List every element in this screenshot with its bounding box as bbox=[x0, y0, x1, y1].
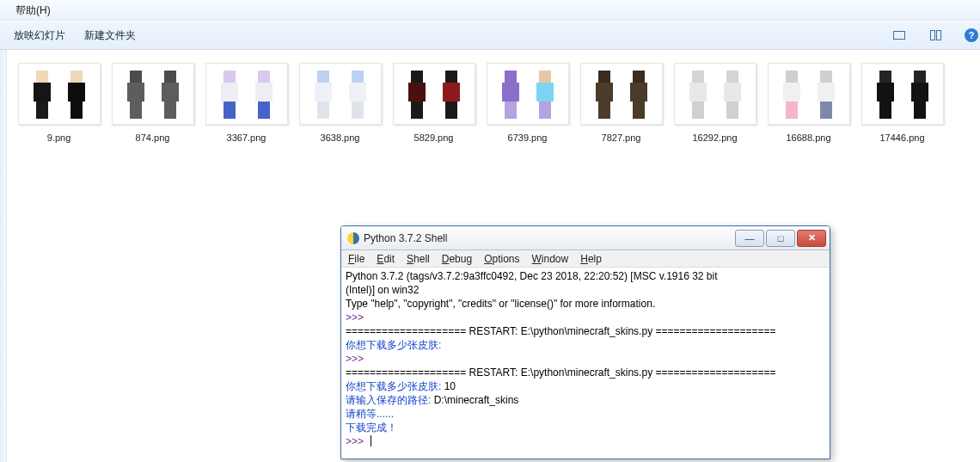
view-icon bbox=[893, 31, 905, 40]
menu-help[interactable]: 帮助(H) bbox=[14, 4, 52, 16]
shell-menu-debug[interactable]: Debug bbox=[442, 253, 472, 265]
shell-menu-help[interactable]: Help bbox=[580, 253, 602, 265]
cursor bbox=[371, 435, 371, 447]
file-thumb-4[interactable]: 5829.png bbox=[389, 59, 478, 143]
file-name: 3367.png bbox=[227, 132, 266, 143]
file-name: 16688.png bbox=[787, 132, 831, 143]
window-title: Python 3.7.2 Shell bbox=[364, 232, 447, 244]
file-thumb-5[interactable]: 6739.png bbox=[483, 59, 572, 143]
shell-menu-file[interactable]: File bbox=[348, 253, 364, 265]
file-thumb-7[interactable]: 16292.png bbox=[671, 59, 759, 143]
maximize-button[interactable]: □ bbox=[766, 230, 795, 247]
python-icon bbox=[346, 231, 360, 245]
menu-bar: 帮助(H) bbox=[0, 0, 980, 21]
close-button[interactable]: ✕ bbox=[797, 230, 826, 247]
file-thumb-6[interactable]: 7827.png bbox=[577, 59, 665, 143]
left-gutter bbox=[0, 50, 7, 462]
file-name: 3638.png bbox=[321, 132, 360, 143]
file-thumb-0[interactable]: 9.png bbox=[15, 59, 103, 143]
shell-menu-window[interactable]: Window bbox=[532, 253, 569, 265]
file-name: 7827.png bbox=[602, 132, 641, 143]
file-thumb-9[interactable]: 17446.png bbox=[858, 59, 946, 143]
preview-pane-button[interactable] bbox=[927, 27, 944, 44]
file-name: 6739.png bbox=[508, 132, 548, 143]
file-thumb-2[interactable]: 3367.png bbox=[202, 59, 291, 143]
help-button[interactable]: ? bbox=[963, 27, 980, 44]
minimize-button[interactable]: — bbox=[735, 230, 764, 247]
python-shell-window[interactable]: Python 3.7.2 Shell — □ ✕ FileEditShellDe… bbox=[340, 225, 830, 459]
pane-icon bbox=[930, 30, 941, 40]
shell-menu-shell[interactable]: Shell bbox=[407, 253, 430, 265]
explorer-toolbar: 放映幻灯片 新建文件夹 ? bbox=[0, 21, 980, 50]
toolbar-slideshow[interactable]: 放映幻灯片 bbox=[14, 28, 65, 43]
file-thumb-8[interactable]: 16688.png bbox=[764, 59, 853, 143]
file-thumb-1[interactable]: 874.png bbox=[108, 59, 197, 143]
shell-menu-edit[interactable]: Edit bbox=[377, 253, 395, 265]
shell-console[interactable]: Python 3.7.2 (tags/v3.7.2:9a3ffc0492, De… bbox=[341, 268, 830, 459]
file-name: 874.png bbox=[136, 132, 170, 143]
thumbnail-grid: 9.png874.png3367.png3638.png5829.png6739… bbox=[15, 59, 971, 143]
shell-menubar: FileEditShellDebugOptionsWindowHelp bbox=[341, 250, 830, 268]
file-name: 16292.png bbox=[693, 132, 738, 143]
file-name: 9.png bbox=[47, 132, 71, 143]
file-thumb-3[interactable]: 3638.png bbox=[296, 59, 384, 143]
help-icon: ? bbox=[965, 28, 978, 42]
file-name: 5829.png bbox=[414, 132, 454, 143]
titlebar[interactable]: Python 3.7.2 Shell — □ ✕ bbox=[341, 226, 830, 250]
view-mode-button[interactable] bbox=[891, 27, 908, 44]
shell-menu-options[interactable]: Options bbox=[484, 253, 519, 265]
file-name: 17446.png bbox=[880, 132, 925, 143]
toolbar-newfolder[interactable]: 新建文件夹 bbox=[84, 28, 136, 43]
